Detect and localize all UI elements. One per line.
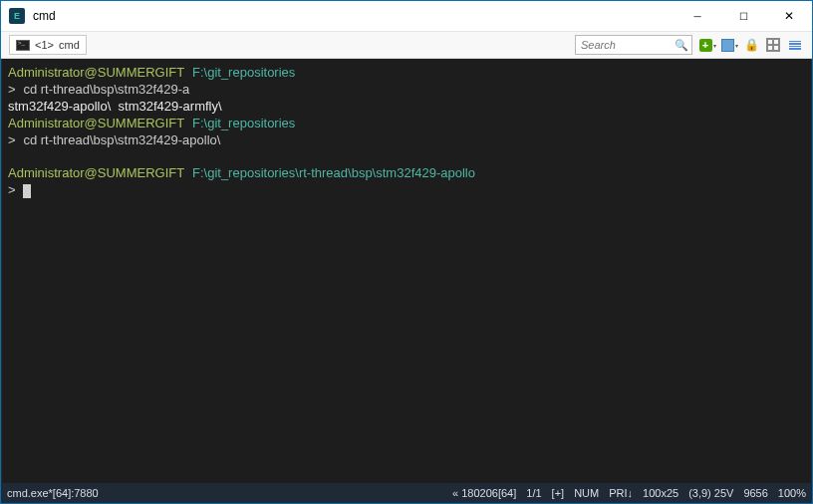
cmd-text: cd rt-thread\bsp\stm32f429-apollo\	[23, 132, 220, 147]
tab-index: <1>	[35, 39, 54, 51]
app-icon	[9, 8, 25, 24]
search-icon[interactable]: 🔍	[675, 39, 688, 52]
close-button[interactable]: ✕	[766, 1, 812, 31]
statusbar: cmd.exe*[64]:7880 « 180206[64] 1/1 [+] N…	[1, 483, 812, 503]
lock-button[interactable]: 🔒	[742, 36, 760, 54]
minimize-button[interactable]: ─	[675, 1, 720, 31]
maximize-button[interactable]: ☐	[720, 1, 766, 31]
cursor	[23, 184, 31, 198]
tab-label: cmd	[59, 39, 80, 51]
window-controls: ─ ☐ ✕	[675, 1, 812, 31]
prompt-symbol: >	[8, 182, 16, 197]
prompt-user: Administrator@SUMMERGIFT	[8, 165, 184, 180]
floppy-button[interactable]: ▾	[720, 36, 738, 54]
status-seg: PRI↓	[609, 487, 633, 499]
terminal[interactable]: Administrator@SUMMERGIFT F:\git_reposito…	[1, 59, 812, 483]
search-wrap: 🔍	[575, 35, 692, 55]
app-window: cmd ─ ☐ ✕ <1> cmd 🔍 +▾ ▾ 🔒 Administrator…	[0, 0, 813, 504]
toolbar-icons: +▾ ▾ 🔒	[698, 36, 804, 54]
status-seg: NUM	[574, 487, 599, 499]
status-seg: [+]	[552, 487, 565, 499]
status-seg: 100%	[778, 487, 806, 499]
prompt-path: F:\git_repositories	[192, 65, 295, 80]
lines-button[interactable]	[786, 36, 804, 54]
cmd-icon	[16, 40, 30, 51]
status-process: cmd.exe*[64]:7880	[7, 487, 99, 499]
tab-cmd[interactable]: <1> cmd	[9, 35, 87, 55]
prompt-path: F:\git_repositories\rt-thread\bsp\stm32f…	[192, 165, 475, 180]
prompt-path: F:\git_repositories	[192, 116, 295, 130]
titlebar[interactable]: cmd ─ ☐ ✕	[1, 1, 812, 31]
window-title: cmd	[33, 9, 675, 23]
output-text: stm32f429-apollo\ stm32f429-armfly\	[8, 99, 222, 114]
prompt-symbol: >	[8, 82, 16, 97]
cmd-text: cd rt-thread\bsp\stm32f429-a	[23, 82, 189, 97]
status-seg: 1/1	[526, 487, 541, 499]
add-button[interactable]: +▾	[698, 36, 716, 54]
status-seg: 100x25	[643, 487, 678, 499]
prompt-user: Administrator@SUMMERGIFT	[8, 65, 184, 80]
grid-button[interactable]	[764, 36, 782, 54]
prompt-symbol: >	[8, 132, 16, 147]
status-seg: « 180206[64]	[452, 487, 516, 499]
toolbar: <1> cmd 🔍 +▾ ▾ 🔒	[1, 31, 812, 59]
status-seg: (3,9) 25V	[688, 487, 733, 499]
status-seg: 9656	[743, 487, 767, 499]
prompt-user: Administrator@SUMMERGIFT	[8, 116, 184, 130]
